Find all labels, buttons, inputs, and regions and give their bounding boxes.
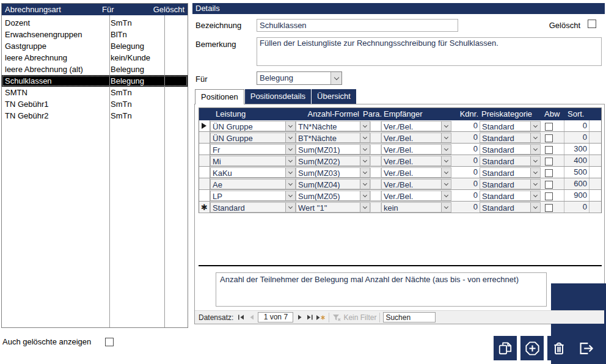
leistung-combo[interactable]: Standard [210,202,296,213]
formel-combo[interactable]: Wert "1" [296,202,370,213]
para-field[interactable] [370,167,381,178]
exit-button[interactable] [574,336,597,360]
new-record-button[interactable] [315,312,326,323]
para-field[interactable] [370,144,381,155]
formel-combo[interactable]: Sum(MZ01) [296,144,370,155]
abw-checkbox[interactable] [545,134,553,142]
empfaenger-combo[interactable]: Ver./Bel. [381,121,451,131]
tab-positionsdetails[interactable]: Positionsdetails [245,89,311,104]
row-selector[interactable] [199,144,210,155]
dropdown-button[interactable] [530,168,540,177]
preiskategorie-combo[interactable]: Standard [480,156,541,166]
dropdown-button[interactable] [285,168,295,177]
dropdown-button[interactable] [285,133,295,142]
sort-field[interactable]: 0 [564,202,590,213]
leistung-combo[interactable]: Fr [210,144,296,155]
kdnr-field[interactable]: 0 [451,155,480,166]
last-record-button[interactable] [305,312,315,323]
preiskategorie-combo[interactable]: Standard [480,191,541,201]
dropdown-button[interactable] [330,72,341,84]
list-item[interactable]: ErwachsenengruppenBlTn [2,29,188,40]
geloescht-checkbox[interactable] [588,20,596,28]
dropdown-button[interactable] [360,122,370,131]
kdnr-field[interactable]: 0 [451,190,480,201]
sort-field[interactable]: 0 [564,132,590,143]
dropdown-button[interactable] [360,156,370,166]
list-item[interactable]: leere Abrechnungkein/Kunde [2,52,188,64]
kdnr-field[interactable]: 0 [451,178,480,189]
bezeichnung-input[interactable] [257,19,458,32]
row-selector[interactable]: ✱ [199,202,210,213]
preiskategorie-combo[interactable]: Standard [480,121,541,131]
sort-field[interactable]: 300 [564,144,590,155]
para-field[interactable] [370,121,381,131]
abw-checkbox[interactable] [545,169,553,177]
formel-combo[interactable]: Sum(MZ03) [296,167,370,178]
row-selector[interactable] [199,178,210,189]
para-field[interactable] [370,191,381,201]
row-selector[interactable] [199,167,210,178]
dropdown-button[interactable] [530,156,540,166]
row-selector[interactable] [199,132,210,143]
leistung-combo[interactable]: LP [210,191,296,201]
preiskategorie-combo[interactable]: Standard [480,179,541,189]
leistung-combo[interactable]: Mi [210,156,296,166]
dropdown-button[interactable] [441,122,451,131]
sort-field[interactable]: 0 [564,120,590,131]
preiskategorie-combo[interactable]: Standard [480,202,541,213]
fuer-dropdown[interactable]: Belegung [257,71,342,85]
dropdown-button[interactable] [441,133,451,142]
row-selector[interactable] [199,120,210,131]
dropdown-button[interactable] [360,180,370,189]
list-item-selected[interactable]: SchulklassenBelegung [2,75,188,87]
dropdown-button[interactable] [285,156,295,166]
empfaenger-combo[interactable]: kein [381,202,451,213]
dropdown-button[interactable] [360,168,370,177]
kdnr-field[interactable]: 0 [451,167,480,178]
empfaenger-combo[interactable]: Ver./Bel. [381,191,451,201]
dropdown-button[interactable] [360,191,370,200]
formel-combo[interactable]: TN*Nächte [296,121,370,131]
preiskategorie-combo[interactable]: Standard [480,144,541,155]
empfaenger-combo[interactable]: Ver./Bel. [381,133,451,143]
abw-checkbox[interactable] [545,158,553,166]
copy-record-button[interactable] [494,336,517,360]
leistung-combo[interactable]: Ae [210,179,296,189]
kdnr-field[interactable]: 0 [451,144,480,155]
abw-checkbox[interactable] [545,192,553,200]
show-deleted-checkbox[interactable] [105,338,114,346]
empfaenger-combo[interactable]: Ver./Bel. [381,156,451,166]
list-item[interactable]: leere Abrechnung (alt)Belegung [2,64,188,75]
dropdown-button[interactable] [441,180,451,189]
add-record-button[interactable] [520,336,544,360]
dropdown-button[interactable] [530,180,540,189]
kdnr-field[interactable]: 0 [451,132,480,143]
dropdown-button[interactable] [530,122,540,131]
dropdown-button[interactable] [530,203,540,212]
dropdown-button[interactable] [530,191,540,200]
abw-checkbox[interactable] [545,123,553,131]
abw-checkbox[interactable] [545,146,553,154]
list-item[interactable]: SMTNSmTn [2,87,188,98]
dropdown-button[interactable] [441,191,451,200]
delete-record-button[interactable] [547,336,571,360]
record-position[interactable]: 1 von 7 [258,312,293,322]
tab-positionen[interactable]: Positionen [195,89,244,104]
sort-field[interactable]: 500 [564,167,590,178]
sort-field[interactable]: 900 [564,190,590,201]
empfaenger-combo[interactable]: Ver./Bel. [381,179,451,189]
next-record-button[interactable] [294,312,305,323]
dropdown-button[interactable] [360,133,370,142]
dropdown-button[interactable] [530,133,540,142]
dropdown-button[interactable] [530,145,540,154]
list-item[interactable]: GastgruppeBelegung [2,40,188,52]
formel-combo[interactable]: Sum(MZ05) [296,191,370,201]
list-item[interactable]: DozentSmTn [2,17,188,29]
para-field[interactable] [370,179,381,189]
sort-field[interactable]: 400 [564,155,590,166]
first-record-button[interactable] [236,312,246,323]
dropdown-button[interactable] [360,145,370,154]
sort-field[interactable]: 600 [564,178,590,189]
empfaenger-combo[interactable]: Ver./Bel. [381,167,451,178]
kdnr-field[interactable]: 0 [451,120,480,131]
